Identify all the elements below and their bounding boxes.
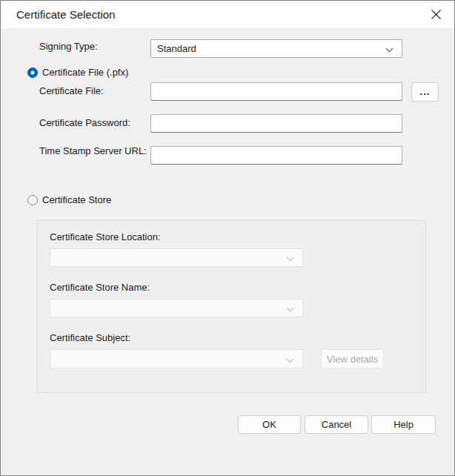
radio-selected-icon [27, 67, 38, 78]
time-stamp-url-input[interactable] [150, 146, 402, 165]
help-button[interactable]: Help [371, 415, 436, 434]
certificate-password-label: Certificate Password: [39, 117, 130, 129]
signing-type-label: Signing Type: [39, 41, 98, 53]
certificate-subject-dropdown[interactable] [50, 349, 303, 368]
certificate-password-input[interactable] [150, 114, 402, 133]
certificate-subject-label: Certificate Subject: [50, 332, 130, 344]
dialog-title: Certificate Selection [16, 1, 115, 28]
close-button[interactable] [423, 4, 448, 25]
certificate-file-label: Certificate File: [39, 85, 104, 97]
view-details-button[interactable]: View details [321, 349, 384, 368]
certificate-selection-dialog: Certificate Selection Signing Type: Stan… [0, 0, 455, 476]
browse-button[interactable]: ... [411, 82, 439, 102]
certificate-store-radio[interactable]: Certificate Store [27, 194, 111, 205]
certificate-file-radio-label: Certificate File (.pfx) [42, 67, 128, 78]
certificate-file-input[interactable] [150, 82, 402, 101]
certificate-store-radio-label: Certificate Store [42, 194, 111, 205]
signing-type-value: Standard [157, 43, 196, 54]
radio-unselected-icon [27, 195, 38, 205]
store-location-label: Certificate Store Location: [50, 231, 161, 243]
chevron-down-icon [386, 45, 393, 53]
signing-type-dropdown[interactable]: Standard [150, 39, 402, 58]
chevron-down-icon [287, 305, 294, 312]
store-name-label: Certificate Store Name: [50, 282, 150, 294]
ok-button[interactable]: OK [238, 415, 301, 434]
titlebar: Certificate Selection [1, 1, 454, 28]
close-icon [431, 9, 442, 20]
cancel-button[interactable]: Cancel [305, 415, 368, 434]
store-location-dropdown[interactable] [50, 248, 303, 267]
time-stamp-url-label: Time Stamp Server URL: [39, 145, 147, 157]
store-name-dropdown[interactable] [50, 299, 303, 317]
certificate-file-radio[interactable]: Certificate File (.pfx) [27, 67, 128, 78]
chevron-down-icon [287, 254, 294, 262]
chevron-down-icon [287, 356, 294, 363]
